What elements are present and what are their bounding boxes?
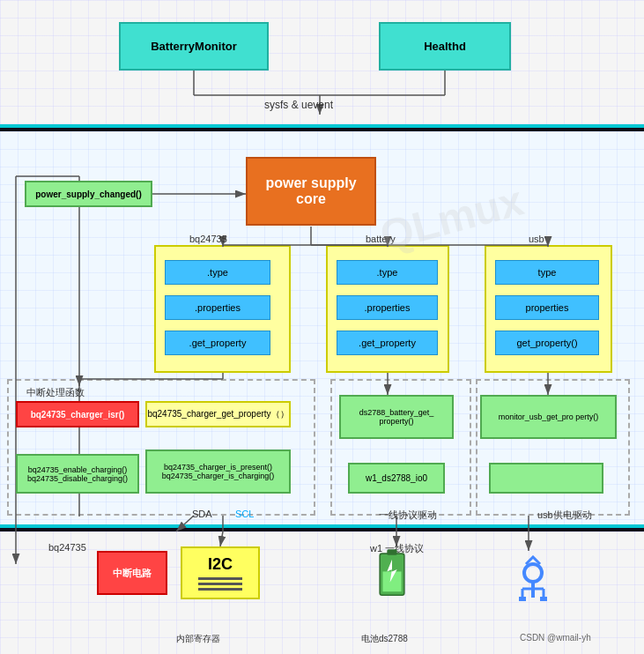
interrupt-circuit-box: 中断电路 <box>97 551 167 595</box>
power-supply-core-label: power supplycore <box>265 175 356 207</box>
power-supply-changed-label: power_supply_changed() <box>35 190 142 199</box>
battery-group: .type .properties .get_property <box>326 245 449 373</box>
charger-isr-box: bq24735_charger_isr() <box>16 401 139 427</box>
interrupt-circuit-label: 中断电路 <box>113 567 152 580</box>
ds2788-battery-label: ds2788_battery_get_ property() <box>341 408 452 426</box>
healthd-box: Healthd <box>379 22 511 71</box>
i2c-line-3 <box>198 588 242 591</box>
i2c-line-1 <box>198 577 242 580</box>
irq-label: 中断处理函数 <box>26 386 85 399</box>
svg-rect-10 <box>540 597 547 601</box>
charger-isr-label: bq24735_charger_isr() <box>31 410 125 420</box>
battery-ds-label: 电池ds2788 <box>361 633 408 645</box>
power-supply-core-box: power supplycore <box>246 157 376 226</box>
usb-icon-area <box>507 551 559 608</box>
i2c-label: I2C <box>208 555 233 574</box>
bq24735-properties-label: .properties <box>195 302 241 313</box>
charger-get-property-box: bq24735_charger_get_property（） <box>145 401 291 427</box>
usb-power-drive-text: usb供电驱动 <box>537 509 592 520</box>
scl-label: SCL <box>235 509 254 519</box>
enable-disable-box: bq24735_enable_charging()bq24735_disable… <box>16 454 139 494</box>
sda-text: SDA <box>192 509 212 519</box>
bq24735-properties-box: .properties <box>165 295 270 320</box>
usb-type-box: type <box>495 260 599 285</box>
usb-group-label: usb <box>529 234 544 244</box>
healthd-label: Healthd <box>424 40 466 53</box>
svg-rect-9 <box>519 597 526 601</box>
bq24735-type-box: .type <box>165 260 270 285</box>
w1-ds2788-label: w1_ds2788_io0 <box>366 473 427 483</box>
battery-type-label: .type <box>377 267 398 278</box>
svg-point-4 <box>524 564 542 582</box>
usb-driver-green-box <box>489 463 603 494</box>
usb-group: type properties get_property() <box>485 245 612 373</box>
monitor-usb-label: monitor_usb_get_pro perty() <box>499 412 599 421</box>
usb-properties-label: properties <box>526 302 569 313</box>
battery-monitor-label: BatterryMonitor <box>151 40 237 53</box>
inner-reg-label: 内部寄存器 <box>176 633 220 645</box>
bq24735-type-label: .type <box>207 267 228 278</box>
csdn-label: CSDN @wmail-yh <box>520 633 591 643</box>
battery-monitor-box: BatterryMonitor <box>119 22 269 71</box>
battery-get-property-box: .get_property <box>337 331 438 355</box>
usb-type-label: type <box>538 267 557 278</box>
battery-icon-area <box>366 546 418 617</box>
enable-disable-label: bq24735_enable_charging()bq24735_disable… <box>27 465 128 483</box>
i2c-line-2 <box>198 583 242 585</box>
sysfs-label: sysfs & uevent <box>264 99 333 111</box>
is-present-label: bq24735_charger_is_present()bq24735_char… <box>162 463 275 480</box>
scl-text: SCL <box>235 509 254 519</box>
bq24735-group: .type .properties .get_property <box>154 245 291 373</box>
bq24735-bottom-text: bq24735 <box>48 542 86 553</box>
bq24735-label-text: bq24735 <box>189 234 227 244</box>
battery-type-box: .type <box>337 260 438 285</box>
i2c-lines <box>198 577 242 591</box>
inner-reg-text: 内部寄存器 <box>176 634 220 643</box>
battery-get-property-label: .get_property <box>359 338 416 348</box>
power-supply-changed-box: power_supply_changed() <box>25 181 152 207</box>
onewire-drive-text: 一线协议驱动 <box>379 509 437 520</box>
bq24735-get-property-label: .get_property <box>189 338 247 348</box>
battery-icon <box>370 546 414 604</box>
battery-properties-box: .properties <box>337 295 438 320</box>
battery-properties-label: .properties <box>365 302 411 313</box>
ds2788-battery-box: ds2788_battery_get_ property() <box>339 395 454 439</box>
sda-label: SDA <box>192 509 212 519</box>
bq24735-get-property-box: .get_property <box>165 331 270 355</box>
bq24735-bottom-label: bq24735 <box>48 542 86 553</box>
usb-power-drive-label: usb供电驱动 <box>537 509 592 522</box>
w1-ds2788-box: w1_ds2788_io0 <box>348 463 445 494</box>
dashed-left-area <box>7 379 315 516</box>
onewire-drive-label: 一线协议驱动 <box>379 509 437 522</box>
usb-icon <box>507 555 559 604</box>
battery-label-text: battery <box>366 234 396 244</box>
usb-get-property-label: get_property() <box>516 338 577 348</box>
usb-label-text: usb <box>529 234 544 244</box>
svg-rect-1 <box>387 549 396 555</box>
is-present-box: bq24735_charger_is_present()bq24735_char… <box>145 450 291 494</box>
main-container: BatterryMonitor Healthd sysfs & uevent p… <box>0 0 644 654</box>
csdn-text: CSDN @wmail-yh <box>520 633 591 643</box>
usb-properties-box: properties <box>495 295 599 320</box>
battery-group-label: battery <box>366 234 396 244</box>
irq-label-text: 中断处理函数 <box>26 387 85 398</box>
battery-ds-text: 电池ds2788 <box>361 634 408 643</box>
charger-get-property-label: bq24735_charger_get_property（） <box>147 408 288 420</box>
usb-get-property-box: get_property() <box>495 331 599 355</box>
bq24735-group-label: bq24735 <box>189 234 227 244</box>
monitor-usb-box: monitor_usb_get_pro perty() <box>480 395 617 439</box>
sysfs-text: sysfs & uevent <box>264 99 333 111</box>
i2c-box: I2C <box>181 546 260 599</box>
